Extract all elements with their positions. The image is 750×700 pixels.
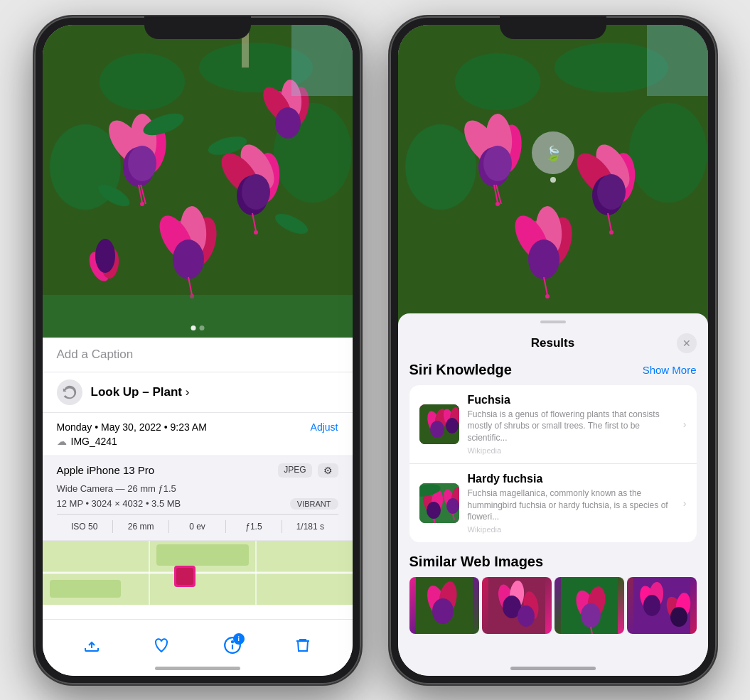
svg-point-26 <box>173 239 204 279</box>
show-more-button[interactable]: Show More <box>643 364 697 376</box>
caption-area[interactable]: Add a Caption <box>43 338 353 372</box>
svg-point-33 <box>275 107 301 139</box>
hardy-info: Hardy fuchsia Fuchsia magellanica, commo… <box>468 473 675 534</box>
svg-rect-51 <box>176 568 193 585</box>
device-name: Apple iPhone 13 Pro <box>57 464 155 476</box>
photo-specs: 12 MP • 3024 × 4032 • 3.5 MB <box>57 498 181 509</box>
svg-point-94 <box>446 418 459 434</box>
svg-rect-42 <box>43 295 353 338</box>
fuchsia-desc: Fuchsia is a genus of flowering plants t… <box>468 409 675 444</box>
svg-point-19 <box>242 174 270 210</box>
similar-images-row <box>409 577 697 634</box>
svg-point-83 <box>545 294 550 298</box>
knowledge-item-hardy[interactable]: Hardy fuchsia Fuchsia magellanica, commo… <box>409 464 697 542</box>
svg-point-118 <box>581 603 601 628</box>
results-content[interactable]: Siri Knowledge Show More <box>398 362 708 667</box>
svg-point-13 <box>140 202 144 206</box>
svg-point-74 <box>597 174 626 210</box>
style-badge: VIBRANT <box>290 498 338 510</box>
phone-2: 🍃 Results ✕ Siri Knowledge Show More <box>390 16 717 684</box>
svg-point-114 <box>518 605 535 627</box>
caption-placeholder: Add a Caption <box>57 348 134 361</box>
screen-1: Add a Caption Look Up – Plant › Mo <box>43 25 353 676</box>
svg-point-36 <box>95 239 115 273</box>
close-button[interactable]: ✕ <box>677 333 697 353</box>
lens-info: Wide Camera — 26 mm ƒ1.5 <box>57 483 338 494</box>
svg-point-126 <box>670 607 687 627</box>
device-section: Apple iPhone 13 Pro JPEG ⚙ Wide Camera —… <box>43 456 353 541</box>
svg-rect-48 <box>156 544 249 566</box>
info-button[interactable]: i <box>223 636 242 659</box>
svg-point-21 <box>254 230 258 235</box>
iso-value: ISO 50 <box>57 520 113 533</box>
svg-point-56 <box>455 53 540 110</box>
svg-point-91 <box>430 421 444 438</box>
svg-rect-84 <box>647 25 708 96</box>
home-indicator-1 <box>155 667 240 670</box>
hardy-desc: Fuchsia magellanica, commonly known as t… <box>468 488 675 523</box>
similar-image-3[interactable] <box>555 577 624 634</box>
similar-image-4[interactable] <box>627 577 697 634</box>
focal-value: 26 mm <box>113 520 169 533</box>
svg-point-102 <box>446 498 459 514</box>
phone-1: Add a Caption Look Up – Plant › Mo <box>34 16 361 684</box>
map-preview[interactable] <box>43 541 353 605</box>
visual-lookup-icon <box>57 379 82 405</box>
share-button[interactable] <box>83 637 100 658</box>
info-badge: i <box>233 633 245 645</box>
hardy-chevron: › <box>683 497 687 509</box>
results-header: Results ✕ <box>398 328 708 362</box>
fuchsia-source: Wikipedia <box>468 446 675 455</box>
svg-point-10 <box>128 146 156 181</box>
knowledge-card: Fuchsia Fuchsia is a genus of flowering … <box>409 385 697 543</box>
svg-point-87 <box>550 177 556 183</box>
drag-handle <box>540 321 566 323</box>
lookup-row[interactable]: Look Up – Plant › <box>43 372 353 413</box>
similar-image-1[interactable] <box>409 577 479 634</box>
hardy-source: Wikipedia <box>468 525 675 534</box>
similar-section: Similar Web Images <box>409 554 697 634</box>
favorite-button[interactable] <box>153 637 170 658</box>
svg-point-68 <box>495 202 500 206</box>
shutter-value: 1/181 s <box>282 520 338 533</box>
photo-display-2: 🍃 <box>398 25 708 338</box>
siri-knowledge-title: Siri Knowledge <box>409 362 512 378</box>
siri-knowledge-section: Siri Knowledge Show More <box>409 362 697 378</box>
lookup-label: Look Up – Plant › <box>91 385 190 399</box>
home-indicator-2 <box>510 667 596 670</box>
ev-value: 0 ev <box>169 520 225 533</box>
delete-button[interactable] <box>294 637 311 658</box>
format-badge: JPEG <box>278 463 311 478</box>
notch-1 <box>144 16 251 39</box>
photo-display-1[interactable] <box>43 25 353 338</box>
results-panel: Results ✕ Siri Knowledge Show More <box>398 313 708 676</box>
exif-row: ISO 50 26 mm 0 ev ƒ1.5 1/181 s <box>57 514 338 533</box>
fuchsia-name: Fuchsia <box>468 394 675 406</box>
svg-point-54 <box>232 641 233 642</box>
screen-2: 🍃 Results ✕ Siri Knowledge Show More <box>398 25 708 676</box>
notch-2 <box>500 16 606 39</box>
similar-image-2[interactable] <box>482 577 552 634</box>
meta-section: Monday • May 30, 2022 • 9:23 AM Adjust ☁… <box>43 413 353 456</box>
aperture-value: ƒ1.5 <box>226 520 282 533</box>
svg-text:🍃: 🍃 <box>544 145 562 162</box>
fuchsia-chevron: › <box>683 419 687 430</box>
settings-icon: ⚙ <box>318 463 338 478</box>
fuchsia-info: Fuchsia Fuchsia is a genus of flowering … <box>468 394 675 455</box>
svg-point-98 <box>427 502 441 519</box>
hardy-name: Hardy fuchsia <box>468 473 675 485</box>
svg-point-108 <box>432 598 454 624</box>
adjust-button[interactable]: Adjust <box>311 421 338 433</box>
svg-rect-41 <box>291 25 353 96</box>
hardy-thumbnail <box>419 483 459 523</box>
photo-date: Monday • May 30, 2022 • 9:23 AM <box>57 421 207 433</box>
svg-rect-49 <box>50 580 121 598</box>
cloud-icon: ☁ <box>57 436 67 447</box>
svg-point-76 <box>609 230 614 235</box>
filename: IMG_4241 <box>71 436 117 447</box>
knowledge-item-fuchsia[interactable]: Fuchsia Fuchsia is a genus of flowering … <box>409 385 697 464</box>
svg-point-123 <box>643 595 660 616</box>
svg-point-59 <box>629 103 707 203</box>
svg-point-1 <box>100 53 185 110</box>
results-title: Results <box>429 336 677 350</box>
